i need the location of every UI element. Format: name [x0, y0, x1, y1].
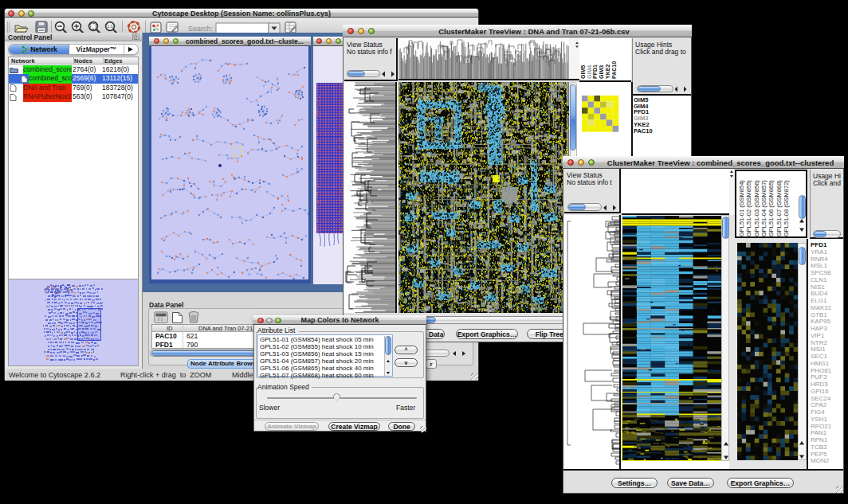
- svg-text:Search:: Search:: [188, 25, 213, 33]
- svg-text:GIM4: GIM4: [587, 64, 592, 78]
- svg-text:GIM5: GIM5: [580, 64, 586, 78]
- svg-text:GPL51-03 (GSM856): GPL51-03 (GSM856): [753, 180, 760, 236]
- svg-text:GPL51-01 (GSM854): GPL51-01 (GSM854): [738, 180, 745, 236]
- svg-text:GIM3: GIM3: [599, 64, 604, 78]
- svg-text:GPL51-04 (GSM857): GPL51-04 (GSM857): [760, 180, 768, 236]
- svg-text:GPL51-08 (GSM872): GPL51-08 (GSM872): [783, 180, 790, 236]
- svg-text:GPL51-07 (GSM868): GPL51-07 (GSM868): [775, 180, 783, 236]
- svg-text:PFD1: PFD1: [592, 64, 598, 79]
- svg-text:1:1: 1:1: [107, 24, 113, 29]
- svg-text:GPL51-02 (GSM855): GPL51-02 (GSM855): [745, 180, 752, 236]
- svg-text:YKE2: YKE2: [605, 64, 610, 78]
- svg-text:PAC10: PAC10: [611, 61, 617, 78]
- svg-text:GPL51-06 (GSM865): GPL51-06 (GSM865): [768, 180, 775, 236]
